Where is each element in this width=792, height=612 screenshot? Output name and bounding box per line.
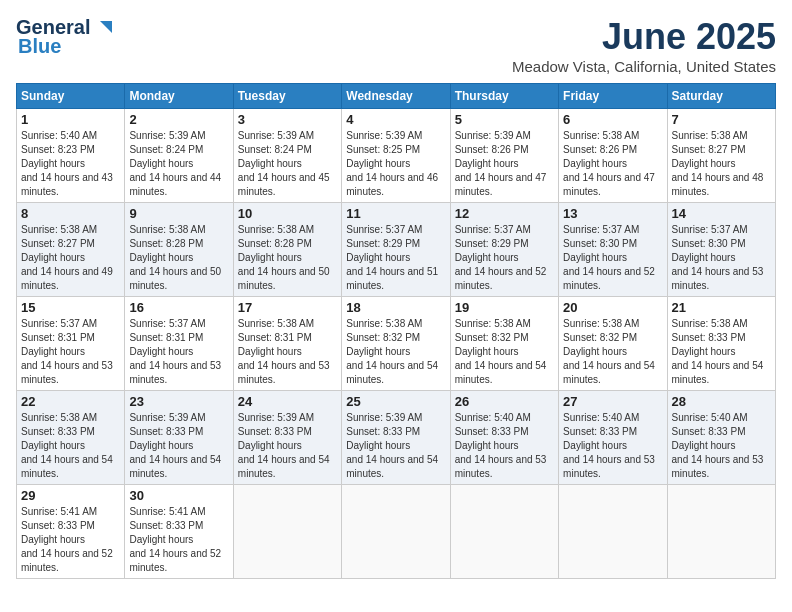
calendar-day-cell: 17 Sunrise: 5:38 AMSunset: 8:31 PMDaylig… [233,297,341,391]
day-info: Sunrise: 5:38 AMSunset: 8:31 PMDaylight … [238,318,330,385]
calendar-day-cell: 6 Sunrise: 5:38 AMSunset: 8:26 PMDayligh… [559,109,667,203]
calendar-day-cell: 22 Sunrise: 5:38 AMSunset: 8:33 PMDaylig… [17,391,125,485]
day-info: Sunrise: 5:37 AMSunset: 8:29 PMDaylight … [346,224,438,291]
day-number: 25 [346,394,445,409]
calendar-day-cell: 1 Sunrise: 5:40 AMSunset: 8:23 PMDayligh… [17,109,125,203]
day-number: 28 [672,394,771,409]
day-of-week-header: Tuesday [233,84,341,109]
day-number: 24 [238,394,337,409]
day-number: 2 [129,112,228,127]
calendar-day-cell: 7 Sunrise: 5:38 AMSunset: 8:27 PMDayligh… [667,109,775,203]
day-of-week-header: Saturday [667,84,775,109]
day-info: Sunrise: 5:38 AMSunset: 8:28 PMDaylight … [238,224,330,291]
day-info: Sunrise: 5:40 AMSunset: 8:33 PMDaylight … [563,412,655,479]
day-info: Sunrise: 5:39 AMSunset: 8:33 PMDaylight … [346,412,438,479]
day-info: Sunrise: 5:39 AMSunset: 8:33 PMDaylight … [238,412,330,479]
calendar-day-cell: 11 Sunrise: 5:37 AMSunset: 8:29 PMDaylig… [342,203,450,297]
logo: General Blue [16,16,114,58]
day-number: 27 [563,394,662,409]
day-of-week-header: Friday [559,84,667,109]
svg-marker-0 [100,21,112,33]
day-info: Sunrise: 5:38 AMSunset: 8:27 PMDaylight … [672,130,764,197]
day-number: 9 [129,206,228,221]
calendar-day-cell: 12 Sunrise: 5:37 AMSunset: 8:29 PMDaylig… [450,203,558,297]
calendar-day-cell: 21 Sunrise: 5:38 AMSunset: 8:33 PMDaylig… [667,297,775,391]
day-number: 8 [21,206,120,221]
day-info: Sunrise: 5:40 AMSunset: 8:23 PMDaylight … [21,130,113,197]
calendar-day-cell: 15 Sunrise: 5:37 AMSunset: 8:31 PMDaylig… [17,297,125,391]
day-number: 4 [346,112,445,127]
day-number: 13 [563,206,662,221]
day-info: Sunrise: 5:37 AMSunset: 8:30 PMDaylight … [672,224,764,291]
calendar-day-cell: 5 Sunrise: 5:39 AMSunset: 8:26 PMDayligh… [450,109,558,203]
calendar-week-row: 29 Sunrise: 5:41 AMSunset: 8:33 PMDaylig… [17,485,776,579]
title-area: June 2025 Meadow Vista, California, Unit… [512,16,776,75]
day-number: 19 [455,300,554,315]
day-info: Sunrise: 5:37 AMSunset: 8:31 PMDaylight … [129,318,221,385]
day-number: 11 [346,206,445,221]
empty-day-cell [450,485,558,579]
day-info: Sunrise: 5:38 AMSunset: 8:33 PMDaylight … [672,318,764,385]
calendar-day-cell: 2 Sunrise: 5:39 AMSunset: 8:24 PMDayligh… [125,109,233,203]
calendar-day-cell: 10 Sunrise: 5:38 AMSunset: 8:28 PMDaylig… [233,203,341,297]
day-number: 12 [455,206,554,221]
calendar-day-cell: 28 Sunrise: 5:40 AMSunset: 8:33 PMDaylig… [667,391,775,485]
calendar-week-row: 8 Sunrise: 5:38 AMSunset: 8:27 PMDayligh… [17,203,776,297]
calendar-day-cell: 18 Sunrise: 5:38 AMSunset: 8:32 PMDaylig… [342,297,450,391]
calendar-week-row: 1 Sunrise: 5:40 AMSunset: 8:23 PMDayligh… [17,109,776,203]
day-number: 20 [563,300,662,315]
calendar-day-cell: 9 Sunrise: 5:38 AMSunset: 8:28 PMDayligh… [125,203,233,297]
calendar-day-cell: 30 Sunrise: 5:41 AMSunset: 8:33 PMDaylig… [125,485,233,579]
day-of-week-header: Thursday [450,84,558,109]
day-number: 7 [672,112,771,127]
day-info: Sunrise: 5:38 AMSunset: 8:26 PMDaylight … [563,130,655,197]
calendar-day-cell: 4 Sunrise: 5:39 AMSunset: 8:25 PMDayligh… [342,109,450,203]
day-of-week-header: Monday [125,84,233,109]
day-number: 21 [672,300,771,315]
day-number: 23 [129,394,228,409]
day-info: Sunrise: 5:38 AMSunset: 8:32 PMDaylight … [455,318,547,385]
day-number: 14 [672,206,771,221]
day-info: Sunrise: 5:40 AMSunset: 8:33 PMDaylight … [672,412,764,479]
day-number: 29 [21,488,120,503]
day-number: 30 [129,488,228,503]
page-header: General Blue June 2025 Meadow Vista, Cal… [16,16,776,75]
calendar-day-cell: 26 Sunrise: 5:40 AMSunset: 8:33 PMDaylig… [450,391,558,485]
calendar-day-cell: 16 Sunrise: 5:37 AMSunset: 8:31 PMDaylig… [125,297,233,391]
day-info: Sunrise: 5:40 AMSunset: 8:33 PMDaylight … [455,412,547,479]
day-info: Sunrise: 5:37 AMSunset: 8:29 PMDaylight … [455,224,547,291]
day-number: 3 [238,112,337,127]
day-info: Sunrise: 5:37 AMSunset: 8:31 PMDaylight … [21,318,113,385]
calendar-table: SundayMondayTuesdayWednesdayThursdayFrid… [16,83,776,579]
empty-day-cell [559,485,667,579]
day-info: Sunrise: 5:38 AMSunset: 8:28 PMDaylight … [129,224,221,291]
day-info: Sunrise: 5:39 AMSunset: 8:24 PMDaylight … [129,130,221,197]
day-number: 26 [455,394,554,409]
day-info: Sunrise: 5:38 AMSunset: 8:32 PMDaylight … [346,318,438,385]
calendar-day-cell: 27 Sunrise: 5:40 AMSunset: 8:33 PMDaylig… [559,391,667,485]
location-title: Meadow Vista, California, United States [512,58,776,75]
day-number: 16 [129,300,228,315]
month-title: June 2025 [512,16,776,58]
logo-blue: Blue [18,35,61,58]
day-info: Sunrise: 5:39 AMSunset: 8:33 PMDaylight … [129,412,221,479]
day-info: Sunrise: 5:39 AMSunset: 8:24 PMDaylight … [238,130,330,197]
day-info: Sunrise: 5:41 AMSunset: 8:33 PMDaylight … [129,506,221,573]
day-number: 6 [563,112,662,127]
calendar-day-cell: 19 Sunrise: 5:38 AMSunset: 8:32 PMDaylig… [450,297,558,391]
empty-day-cell [233,485,341,579]
day-info: Sunrise: 5:38 AMSunset: 8:32 PMDaylight … [563,318,655,385]
day-info: Sunrise: 5:39 AMSunset: 8:26 PMDaylight … [455,130,547,197]
calendar-day-cell: 20 Sunrise: 5:38 AMSunset: 8:32 PMDaylig… [559,297,667,391]
empty-day-cell [342,485,450,579]
calendar-day-cell: 3 Sunrise: 5:39 AMSunset: 8:24 PMDayligh… [233,109,341,203]
day-number: 1 [21,112,120,127]
calendar-header-row: SundayMondayTuesdayWednesdayThursdayFrid… [17,84,776,109]
day-of-week-header: Wednesday [342,84,450,109]
day-info: Sunrise: 5:38 AMSunset: 8:27 PMDaylight … [21,224,113,291]
day-number: 5 [455,112,554,127]
calendar-day-cell: 8 Sunrise: 5:38 AMSunset: 8:27 PMDayligh… [17,203,125,297]
calendar-day-cell: 14 Sunrise: 5:37 AMSunset: 8:30 PMDaylig… [667,203,775,297]
calendar-day-cell: 24 Sunrise: 5:39 AMSunset: 8:33 PMDaylig… [233,391,341,485]
day-number: 15 [21,300,120,315]
